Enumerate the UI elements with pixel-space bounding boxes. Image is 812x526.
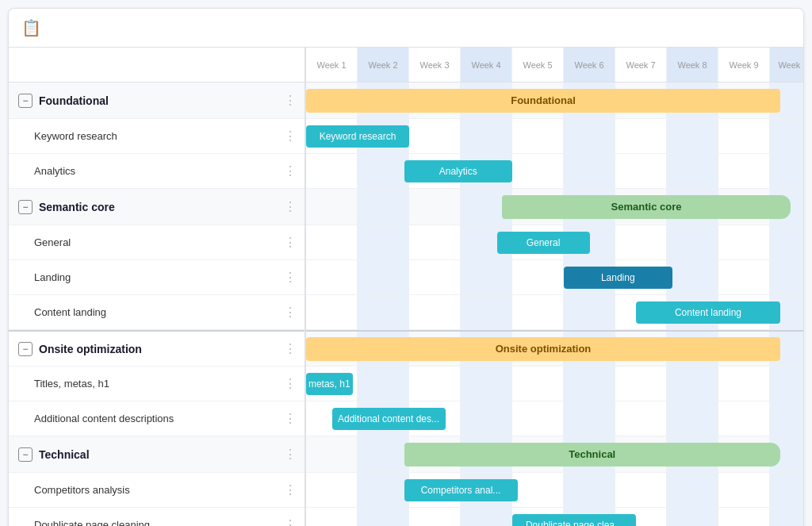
gantt-cell-keyword-research-col-6 — [615, 119, 667, 153]
gantt-bar-general[interactable]: General — [497, 232, 590, 254]
gantt-cell-keyword-research-col-2 — [409, 119, 461, 153]
gantt-cell-analytics-col-1 — [358, 154, 409, 188]
left-cell-keyword-research: Keyword research⋮ — [9, 119, 304, 153]
row-menu-landing[interactable]: ⋮ — [281, 270, 298, 285]
row-label-landing: Landing — [34, 271, 281, 283]
gantt-col-header-5: Week 6 — [564, 48, 615, 82]
left-row-onsite-optimization: −Onsite optimization⋮ — [9, 330, 304, 367]
gantt-cell-keyword-research-col-7 — [667, 119, 718, 153]
gantt-bar-technical[interactable]: Technical — [404, 443, 781, 466]
row-label-semantic-core: Semantic core — [39, 201, 281, 213]
gantt-cell-landing-col-7 — [667, 260, 718, 294]
row-label-additional-content: Additional content descriptions — [34, 413, 281, 424]
gantt-col-header-0: Week 1 — [306, 48, 358, 82]
row-menu-doublicate-page[interactable]: ⋮ — [281, 517, 298, 526]
gantt-cell-titles-metas-col-2 — [409, 367, 461, 401]
collapse-icon-technical[interactable]: − — [18, 447, 33, 462]
gantt-grid: Week 1Week 2Week 3Week 4Week 5Week 6Week… — [306, 48, 803, 526]
left-row-analytics: Analytics⋮ — [9, 154, 304, 189]
gantt-col-header-7: Week 8 — [667, 48, 718, 82]
gantt-bar-semantic-core[interactable]: Semantic core — [502, 195, 791, 219]
left-cell-analytics: Analytics⋮ — [9, 154, 304, 188]
gantt-bar-content-landing[interactable]: Content landing — [636, 301, 780, 324]
gantt-cell-additional-content-col-7 — [667, 401, 718, 436]
gantt-cell-analytics-col-6 — [615, 154, 667, 188]
left-cell-landing: Landing⋮ — [9, 260, 304, 294]
gantt-cell-landing-col-8 — [718, 260, 770, 294]
gantt-header-row: Week 1Week 2Week 3Week 4Week 5Week 6Week… — [306, 48, 803, 83]
left-cell-doublicate-page: Doublicate page cleaning⋮ — [9, 508, 304, 526]
gantt-cell-content-landing-col-5 — [564, 295, 615, 329]
row-menu-keyword-research[interactable]: ⋮ — [281, 129, 298, 144]
gantt-cell-landing-col-1 — [358, 260, 409, 294]
gantt-cell-additional-content-col-6 — [615, 401, 667, 436]
row-label-onsite-optimization: Onsite optimization — [39, 343, 281, 355]
gantt-cell-doublicate-page-col-7 — [667, 508, 718, 526]
row-menu-additional-content[interactable]: ⋮ — [281, 411, 298, 426]
gantt-cell-titles-metas-col-6 — [615, 367, 667, 401]
gantt-col-header-3: Week 4 — [461, 48, 512, 82]
collapse-icon-semantic-core[interactable]: − — [18, 200, 33, 214]
gantt-row-keyword-research: Keyword research — [306, 119, 803, 154]
gantt-bar-keyword-research[interactable]: Keyword research — [306, 125, 409, 148]
row-menu-content-landing[interactable]: ⋮ — [281, 305, 298, 320]
gantt-col-header-1: Week 2 — [358, 48, 409, 82]
gantt-cell-competitors-analysis-col-6 — [615, 473, 667, 507]
gantt-cell-additional-content-col-5 — [564, 401, 615, 436]
gantt-bar-titles-metas[interactable]: metas, h1 — [306, 373, 353, 395]
gantt-bar-foundational[interactable]: Foundational — [306, 89, 780, 113]
gantt-cell-additional-content-col-4 — [512, 401, 564, 436]
collapse-icon-onsite-optimization[interactable]: − — [18, 342, 33, 356]
gantt-cell-competitors-analysis-col-7 — [667, 473, 718, 507]
row-label-foundational: Foundational — [39, 94, 281, 107]
gantt-cell-general-col-9 — [770, 225, 803, 259]
row-menu-onsite-optimization[interactable]: ⋮ — [281, 341, 298, 356]
gantt-cell-technical-col-1 — [358, 436, 409, 472]
row-label-content-landing: Content landing — [34, 306, 281, 318]
gantt-cell-competitors-analysis-col-1 — [358, 473, 409, 507]
gantt-bar-competitors-analysis[interactable]: Competitors anal... — [404, 479, 518, 501]
gantt-cell-doublicate-page-col-0 — [306, 508, 358, 526]
gantt-bar-onsite-optimization[interactable]: Onsite optimization — [306, 337, 780, 361]
row-menu-analytics[interactable]: ⋮ — [281, 163, 298, 179]
left-row-keyword-research: Keyword research⋮ — [9, 119, 304, 154]
left-row-content-landing: Content landing⋮ — [9, 295, 304, 330]
row-menu-foundational[interactable]: ⋮ — [281, 93, 298, 108]
gantt-row-doublicate-page: Doublicate page clea... — [306, 508, 803, 526]
gantt-bar-doublicate-page[interactable]: Doublicate page clea... — [512, 514, 636, 527]
gantt-cell-general-col-6 — [615, 225, 667, 259]
gantt-cell-doublicate-page-col-3 — [461, 508, 512, 526]
gantt-bar-landing[interactable]: Landing — [564, 267, 672, 289]
left-cell-semantic-core: −Semantic core⋮ — [9, 189, 304, 225]
gantt-cell-keyword-research-col-5 — [564, 119, 615, 153]
gantt-cell-content-landing-col-4 — [512, 295, 564, 329]
gantt-cell-keyword-research-col-9 — [770, 119, 803, 153]
row-menu-semantic-core[interactable]: ⋮ — [281, 199, 298, 214]
row-label-analytics: Analytics — [34, 165, 281, 177]
gantt-cell-doublicate-page-col-9 — [770, 508, 803, 526]
gantt-row-landing: Landing — [306, 260, 803, 295]
row-menu-technical[interactable]: ⋮ — [281, 447, 298, 462]
gantt-cell-titles-metas-col-1 — [358, 367, 409, 401]
left-row-competitors-analysis: Competitors analysis⋮ — [9, 473, 304, 508]
left-cell-general: General⋮ — [9, 225, 304, 259]
gantt-cell-doublicate-page-col-8 — [718, 508, 770, 526]
gantt-cell-keyword-research-col-4 — [512, 119, 564, 153]
row-menu-titles-metas[interactable]: ⋮ — [281, 376, 298, 391]
collapse-icon-foundational[interactable]: − — [18, 94, 33, 108]
gantt-cell-keyword-research-col-8 — [718, 119, 770, 153]
left-cell-competitors-analysis: Competitors analysis⋮ — [9, 473, 304, 507]
gantt-cell-semantic-core-col-0 — [306, 189, 358, 225]
row-menu-general[interactable]: ⋮ — [281, 235, 298, 250]
gantt-cell-content-landing-col-1 — [358, 295, 409, 329]
gantt-bar-analytics[interactable]: Analytics — [404, 160, 513, 182]
app-header: 📋 — [9, 9, 803, 48]
gantt-cell-general-col-2 — [409, 225, 461, 259]
right-panel: Week 1Week 2Week 3Week 4Week 5Week 6Week… — [306, 48, 803, 526]
gantt-bar-additional-content[interactable]: Additional content des... — [332, 408, 446, 430]
row-menu-competitors-analysis[interactable]: ⋮ — [281, 482, 298, 497]
left-row-titles-metas: Titles, metas, h1⋮ — [9, 367, 304, 401]
gantt-cell-keyword-research-col-3 — [461, 119, 512, 153]
gantt-cell-additional-content-col-9 — [770, 401, 803, 436]
left-row-additional-content: Additional content descriptions⋮ — [9, 401, 304, 436]
